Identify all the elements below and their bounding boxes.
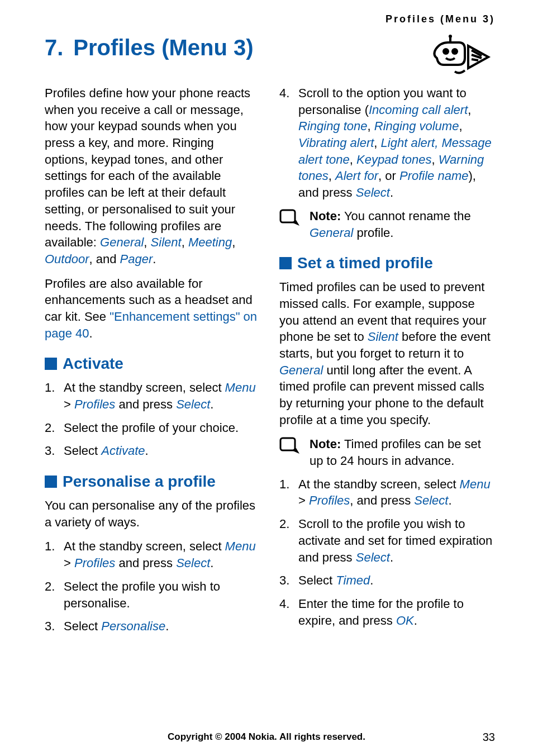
- step-number: 2.: [279, 516, 289, 532]
- general-option: General: [100, 235, 144, 249]
- personalise-option: Personalise: [101, 619, 165, 633]
- step-number: 3.: [45, 618, 55, 635]
- text: Select: [298, 573, 336, 587]
- text: You cannot rename the: [341, 209, 470, 223]
- text: , and press: [350, 493, 414, 507]
- text: and press: [115, 397, 176, 411]
- note-label: Note:: [310, 209, 341, 223]
- list-item: 2.Select the profile you wish to persona…: [45, 578, 260, 611]
- step-number: 1.: [45, 379, 55, 396]
- square-bullet-icon: [45, 358, 57, 370]
- note-cannot-rename: Note: You cannot rename the General prof…: [279, 208, 495, 241]
- note-timed-24h: Note: Timed profiles can be set up to 24…: [279, 436, 495, 469]
- text: >: [298, 493, 309, 507]
- light-alert-option: Light alert,: [381, 136, 439, 150]
- note-icon: [279, 209, 302, 229]
- list-item: 1.At the standby screen, select Menu > P…: [45, 538, 260, 571]
- step-number: 3.: [279, 572, 289, 589]
- menu-option: Menu: [225, 381, 256, 394]
- step-number: 4.: [279, 85, 289, 102]
- step-number: 2.: [45, 420, 55, 436]
- text: Select: [64, 444, 101, 458]
- intro-paragraph-2: Profiles are also available for enhancem…: [45, 275, 260, 342]
- note-label: Note:: [310, 437, 341, 451]
- text: At the standby screen, select: [298, 477, 460, 491]
- text: Select the profile you wish to personali…: [64, 579, 220, 610]
- set-timed-profile-heading: Set a timed profile: [279, 254, 495, 272]
- incoming-call-alert-option: Incoming call alert: [369, 103, 468, 117]
- personalise-steps-continued: 4.Scroll to the option you want to perso…: [279, 85, 495, 201]
- vibrating-alert-option: Vibrating alert: [298, 136, 374, 150]
- list-item: 1.At the standby screen, select Menu > P…: [45, 379, 260, 412]
- text: Enter the time for the profile to expire…: [298, 597, 464, 627]
- step-number: 3.: [45, 443, 55, 459]
- svg-line-6: [472, 59, 478, 60]
- general-option: General: [310, 226, 353, 240]
- intro-paragraph-1: Profiles define how your phone reacts wh…: [45, 85, 260, 268]
- step-number: 2.: [45, 578, 55, 595]
- list-item: 4.Scroll to the option you want to perso…: [279, 85, 495, 201]
- pager-option: Pager: [120, 252, 153, 266]
- personalise-intro: You can personalise any of the profiles …: [45, 497, 260, 530]
- alert-for-option: Alert for: [335, 169, 378, 183]
- list-item: 3.Select Timed.: [279, 572, 495, 589]
- text: >: [64, 397, 74, 411]
- select-option: Select: [176, 556, 210, 570]
- silent-option: Silent: [151, 235, 182, 249]
- running-header: Profiles (Menu 3): [45, 13, 495, 25]
- set-timed-profile-intro: Timed profiles can be used to prevent mi…: [279, 279, 495, 428]
- left-column: Profiles define how your phone reacts wh…: [45, 85, 260, 641]
- ok-option: OK: [396, 614, 414, 627]
- copyright-text: Copyright © 2004 Nokia. All rights reser…: [168, 731, 365, 743]
- set-timed-profile-title: Set a timed profile: [297, 254, 433, 272]
- text: Profiles define how your phone reacts wh…: [45, 86, 250, 249]
- square-bullet-icon: [45, 476, 57, 488]
- right-column: 4.Scroll to the option you want to perso…: [279, 85, 495, 641]
- text: , and: [89, 252, 120, 266]
- page-footer: Copyright © 2004 Nokia. All rights reser…: [0, 731, 533, 743]
- activate-steps: 1.At the standby screen, select Menu > P…: [45, 379, 260, 459]
- list-item: 3.Select Personalise.: [45, 618, 260, 635]
- set-timed-profile-steps: 1.At the standby screen, select Menu > P…: [279, 476, 495, 629]
- svg-rect-8: [280, 438, 295, 450]
- activate-option: Activate: [101, 444, 145, 458]
- profiles-option: Profiles: [309, 493, 350, 507]
- step-number: 1.: [45, 538, 55, 555]
- svg-point-3: [449, 35, 452, 38]
- select-option: Select: [414, 493, 448, 507]
- square-bullet-icon: [279, 257, 292, 269]
- activate-heading: Activate: [45, 355, 260, 373]
- step-number: 4.: [279, 596, 289, 612]
- svg-point-1: [451, 48, 458, 55]
- note-text: Note: You cannot rename the General prof…: [310, 208, 495, 241]
- timed-option: Timed: [336, 573, 370, 587]
- select-option: Select: [356, 186, 390, 199]
- text: and press: [115, 556, 176, 570]
- list-item: 3.Select Activate.: [45, 443, 260, 459]
- list-item: 1.At the standby screen, select Menu > P…: [279, 476, 495, 509]
- text: At the standby screen, select: [64, 539, 225, 553]
- meeting-option: Meeting: [188, 235, 232, 249]
- note-icon: [279, 437, 302, 457]
- list-item: 2.Scroll to the profile you wish to acti…: [279, 516, 495, 565]
- text: Select: [64, 619, 101, 633]
- profiles-option: Profiles: [74, 397, 115, 411]
- personalise-steps: 1.At the standby screen, select Menu > P…: [45, 538, 260, 634]
- ringing-volume-option: Ringing volume: [374, 119, 459, 133]
- ringing-tone-option: Ringing tone: [298, 119, 368, 133]
- keypad-tones-option: Keypad tones: [356, 153, 432, 167]
- list-item: 2.Select the profile of your choice.: [45, 420, 260, 436]
- text: Scroll to the profile you wish to activa…: [298, 517, 492, 564]
- general-option: General: [279, 363, 323, 377]
- chapter-number: 7.: [45, 35, 63, 60]
- svg-point-0: [442, 48, 449, 55]
- activate-title: Activate: [63, 355, 123, 373]
- svg-rect-7: [280, 210, 295, 222]
- menu-option: Menu: [460, 477, 491, 491]
- personalise-title: Personalise a profile: [63, 473, 216, 491]
- text: >: [64, 556, 74, 570]
- text: Select the profile of your choice.: [64, 421, 239, 435]
- text: , or: [378, 169, 399, 183]
- silent-option: Silent: [368, 330, 398, 344]
- chapter-title-text: Profiles (Menu 3): [73, 35, 253, 60]
